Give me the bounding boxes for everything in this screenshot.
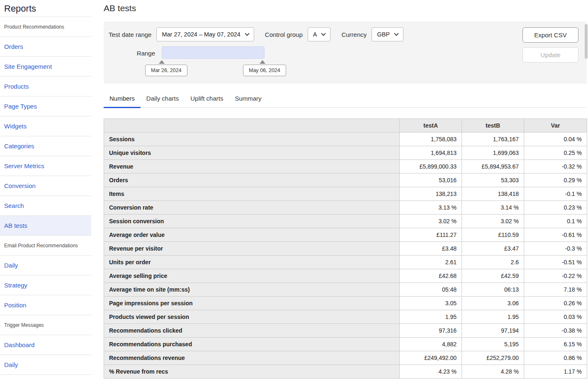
tab-summary[interactable]: Summary <box>229 91 267 108</box>
metric-value: £111.27 <box>400 228 462 242</box>
metric-label: Conversion rate <box>104 201 400 215</box>
control-group-select[interactable]: A <box>308 27 331 41</box>
sidebar-item-orders[interactable]: Orders <box>0 37 91 57</box>
metrics-table: testAtestBVarSessions1,758,0831,763,1670… <box>104 118 587 379</box>
sidebar-item-categories[interactable]: Categories <box>0 136 91 156</box>
metric-value: 1.95 <box>462 310 524 324</box>
table-row-average-selling-price: Average selling price£42.68£42.59-0.22 % <box>104 269 587 283</box>
sidebar-item-daily[interactable]: Daily <box>0 355 91 375</box>
tab-daily-charts[interactable]: Daily charts <box>141 91 185 108</box>
report-tabs: NumbersDaily chartsUplift chartsSummary <box>104 91 587 108</box>
range-slider[interactable] <box>162 46 265 59</box>
sidebar-item-search[interactable]: Search <box>0 196 91 216</box>
metric-value: -0.3 % <box>524 242 587 256</box>
sidebar-item-dashboard[interactable]: Dashboard <box>0 335 91 355</box>
currency-value: GBP <box>377 31 390 38</box>
metric-column-header <box>104 119 400 133</box>
table-row-average-order-value: Average order value£111.27£110.59-0.61 % <box>104 228 587 242</box>
column-header-testb: testB <box>462 119 524 133</box>
sidebar-section-header-product-recommendations: Product Recommendations <box>0 17 91 37</box>
sidebar-item-widgets[interactable]: Widgets <box>0 116 91 136</box>
metric-value: -0.32 % <box>524 160 587 174</box>
metric-label: Unique visitors <box>104 146 400 160</box>
metric-value: 53,016 <box>400 174 462 187</box>
scrollbar-thumb[interactable] <box>585 24 588 59</box>
table-row-items: Items138,213138,418-0.1 % <box>104 187 587 201</box>
range-label: Range <box>109 50 155 57</box>
currency-select[interactable]: GBP <box>372 27 403 41</box>
control-group-value: A <box>313 31 317 38</box>
metric-value: 06:13 <box>462 283 524 297</box>
test-date-range-select[interactable]: Mar 27, 2024 – May 07, 2024 <box>156 27 254 41</box>
range-handle-left-icon[interactable] <box>159 60 165 64</box>
table-header-row: testAtestBVar <box>104 119 587 133</box>
metric-value: 138,213 <box>400 187 462 201</box>
metric-value: 1.95 <box>400 310 462 324</box>
sidebar-title: Reports <box>0 0 91 17</box>
sidebar-item-daily[interactable]: Daily <box>0 256 91 275</box>
metric-label: Average selling price <box>104 269 400 283</box>
chevron-down-icon <box>245 31 249 36</box>
tab-numbers[interactable]: Numbers <box>104 91 141 108</box>
metric-value: -0.38 % <box>524 324 587 338</box>
metric-value: 4,882 <box>400 338 462 351</box>
sidebar-item-ab-tests[interactable]: AB tests <box>0 216 91 236</box>
metric-label: Recommendations revenue <box>104 351 400 365</box>
sidebar-item-conversion[interactable]: Conversion <box>0 176 91 196</box>
control-group-label: Control group <box>265 31 303 38</box>
metric-label: Recommendations clicked <box>104 324 400 338</box>
table-row-recommendations-clicked: Recommendations clicked97,31697,194-0.38… <box>104 324 587 338</box>
main-content: AB tests Test date range Mar 27, 2024 – … <box>91 0 588 379</box>
metric-value: £110.59 <box>462 228 524 242</box>
sidebar-item-page-types[interactable]: Page Types <box>0 97 91 116</box>
metric-value: 2.61 <box>400 256 462 269</box>
sidebar-item-strategy[interactable]: Strategy <box>0 275 91 295</box>
page-title: AB tests <box>104 3 587 13</box>
metric-label: Average order value <box>104 228 400 242</box>
currency-group: Currency GBP <box>341 27 403 41</box>
metric-value: £42.59 <box>462 269 524 283</box>
sidebar-item-products[interactable]: Products <box>0 77 91 97</box>
metric-label: Units per order <box>104 256 400 269</box>
metric-label: % Revenue from recs <box>104 365 400 379</box>
chevron-down-icon <box>394 31 398 36</box>
metric-value: 1.17 % <box>524 365 587 379</box>
table-row-page-impressions-per-session: Page impressions per session3.053.060.26… <box>104 297 587 310</box>
metric-value: £249,492.00 <box>400 351 462 365</box>
range-handle-right-icon[interactable] <box>260 60 265 64</box>
metric-value: 3.13 % <box>400 201 462 215</box>
metric-label: Page impressions per session <box>104 297 400 310</box>
metric-value: 2.6 <box>462 256 524 269</box>
metric-label: Revenue per visitor <box>104 242 400 256</box>
tab-uplift-charts[interactable]: Uplift charts <box>185 91 229 108</box>
metric-value: 4.28 % <box>462 365 524 379</box>
chevron-down-icon <box>321 31 326 36</box>
sidebar-item-server-metrics[interactable]: Server Metrics <box>0 156 91 176</box>
metric-value: £252,279.00 <box>462 351 524 365</box>
export-csv-button[interactable]: Export CSV <box>522 27 578 43</box>
range-start-chip: Mar 26, 2024 <box>145 65 187 76</box>
table-row-recommendations-revenue: Recommendations revenue£249,492.00£252,2… <box>104 351 587 365</box>
filter-panel: Test date range Mar 27, 2024 – May 07, 2… <box>104 22 587 84</box>
metric-label: Sessions <box>104 133 400 146</box>
metric-value: 1,694,813 <box>400 146 462 160</box>
metric-label: Items <box>104 187 400 201</box>
metric-value: -0.1 % <box>524 187 587 201</box>
metric-value: 1,699,063 <box>462 146 524 160</box>
sidebar-item-site-engagement[interactable]: Site Engagement <box>0 57 91 77</box>
metric-value: 97,194 <box>462 324 524 338</box>
metric-value: 6.15 % <box>524 338 587 351</box>
metric-value: -0.22 % <box>524 269 587 283</box>
metric-value: 0.04 % <box>524 133 587 146</box>
column-header-testa: testA <box>400 119 462 133</box>
metric-value: 138,418 <box>462 187 524 201</box>
table-row-average-time-on-site-mm-ss: Average time on site (mm:ss)05:4806:137.… <box>104 283 587 297</box>
metric-value: 0.03 % <box>524 310 587 324</box>
sidebar-section-header-email-product-recommendations: Email Product Recommendations <box>0 236 91 256</box>
metric-value: £3.48 <box>400 242 462 256</box>
metric-value: £5,894,953.67 <box>462 160 524 174</box>
test-date-range-group: Test date range Mar 27, 2024 – May 07, 2… <box>109 27 254 41</box>
sidebar-item-position[interactable]: Position <box>0 295 91 315</box>
metric-value: 3.14 % <box>462 201 524 215</box>
metric-value: 5,195 <box>462 338 524 351</box>
